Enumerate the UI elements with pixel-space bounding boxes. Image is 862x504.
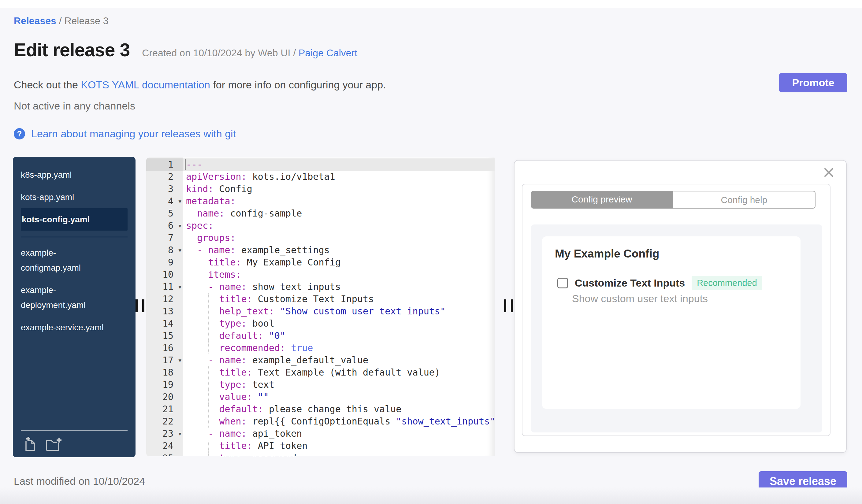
sidebar-resize-handle[interactable] <box>135 300 138 312</box>
tab-config-help[interactable]: Config help <box>672 191 815 209</box>
line-number: 12 <box>146 293 183 305</box>
code-text: spec: <box>183 220 495 232</box>
sidebar-file-item[interactable]: example-deployment.yaml <box>13 279 135 316</box>
editor-line[interactable]: 3kind: Config <box>146 183 495 195</box>
config-preview-card: Config previewConfig help My Example Con… <box>522 184 831 436</box>
editor-line[interactable]: 11▾ - name: show_text_inputs <box>146 281 495 293</box>
config-tabs: Config previewConfig help <box>531 191 815 209</box>
code-text: default: please change this value <box>183 403 495 415</box>
line-number: 25 <box>146 452 183 456</box>
code-text: - name: show_text_inputs <box>183 281 495 293</box>
line-number: 24 <box>146 440 183 452</box>
code-text: title: Text Example (with default value) <box>183 367 495 379</box>
fold-arrow-icon[interactable]: ▾ <box>178 281 181 293</box>
fold-arrow-icon[interactable]: ▾ <box>178 354 181 367</box>
editor-line[interactable]: 20 value: "" <box>146 391 495 403</box>
editor-line[interactable]: 8▾ - name: example_settings <box>146 244 495 256</box>
file-name-label: example-service.yaml <box>21 320 104 335</box>
sidebar-file-item[interactable]: k8s-app.yaml <box>13 164 135 186</box>
tab-config-preview[interactable]: Config preview <box>531 191 672 209</box>
sidebar-file-item[interactable]: kots-config.yaml <box>21 208 128 230</box>
editor-line[interactable]: 12 title: Customize Text Inputs <box>146 293 495 305</box>
close-icon[interactable] <box>823 167 834 178</box>
line-number: 13 <box>146 305 183 317</box>
sidebar-file-item[interactable]: example-service.yaml <box>13 316 135 339</box>
file-name-label: kots-config.yaml <box>22 212 90 227</box>
editor-line[interactable]: 17▾ - name: example_default_value <box>146 354 495 367</box>
git-releases-link[interactable]: Learn about managing your releases with … <box>31 128 236 140</box>
code-text: type: password <box>183 452 495 456</box>
editor-resize-handle[interactable] <box>504 300 506 312</box>
editor-line[interactable]: 14 type: bool <box>146 317 495 330</box>
file-name-label: example-configmap.yaml <box>21 245 113 275</box>
last-modified-text: Last modified on 10/10/2024 <box>14 475 145 487</box>
editor-line[interactable]: 9 title: My Example Config <box>146 256 495 268</box>
editor-resize-handle[interactable] <box>511 300 513 312</box>
sidebar-file-item[interactable]: kots-app.yaml <box>13 186 135 208</box>
config-item-label: Customize Text Inputs <box>575 277 685 289</box>
question-mark-icon[interactable]: ? <box>14 128 25 140</box>
sidebar-divider <box>21 430 128 431</box>
editor-line[interactable]: 21 default: please change this value <box>146 403 495 415</box>
customize-text-inputs-checkbox[interactable] <box>557 278 568 288</box>
promote-button[interactable]: Promote <box>779 73 847 92</box>
editor-line[interactable]: 23▾ - name: api_token <box>146 427 495 440</box>
editor-line[interactable]: 6▾spec: <box>146 220 495 232</box>
line-number: 3 <box>146 183 183 195</box>
line-number: 16 <box>146 342 183 354</box>
author-link[interactable]: Paige Calvert <box>299 48 357 58</box>
sidebar-resize-handle[interactable] <box>142 300 144 312</box>
created-info: Created on 10/10/2024 by Web UI / Paige … <box>142 48 357 59</box>
editor-line[interactable]: 18 title: Text Example (with default val… <box>146 367 495 379</box>
line-number: 10 <box>146 268 183 281</box>
yaml-editor[interactable]: 1---2apiVersion: kots.io/v1beta13kind: C… <box>146 158 495 456</box>
editor-line[interactable]: 15 default: "0" <box>146 330 495 342</box>
fold-arrow-icon[interactable]: ▾ <box>178 427 181 440</box>
editor-line[interactable]: 24 title: API token <box>146 440 495 452</box>
breadcrumb-releases-link[interactable]: Releases <box>14 15 56 26</box>
editor-line[interactable]: 25 type: password <box>146 452 495 456</box>
sidebar-file-item[interactable]: example-configmap.yaml <box>13 242 135 279</box>
file-name-label: kots-app.yaml <box>21 190 74 204</box>
file-list: k8s-app.yamlkots-app.yamlkots-config.yam… <box>13 157 135 339</box>
line-number: 6▾ <box>146 220 183 232</box>
editor-lines: 1---2apiVersion: kots.io/v1beta13kind: C… <box>146 158 495 456</box>
file-name-label: k8s-app.yaml <box>21 167 72 182</box>
line-number: 20 <box>146 391 183 403</box>
editor-line[interactable]: 16 recommended: true <box>146 342 495 354</box>
kots-yaml-docs-link[interactable]: KOTS YAML documentation <box>81 79 210 91</box>
line-number: 4▾ <box>146 195 183 207</box>
editor-line[interactable]: 1--- <box>146 158 495 171</box>
code-text: metadata: <box>183 195 495 207</box>
editor-line[interactable]: 5 name: config-sample <box>146 207 495 220</box>
editor-line[interactable]: 2apiVersion: kots.io/v1beta1 <box>146 171 495 183</box>
code-text: kind: Config <box>183 183 495 195</box>
new-folder-icon[interactable] <box>45 436 63 452</box>
editor-line[interactable]: 10 items: <box>146 268 495 281</box>
code-text: - name: api_token <box>183 427 495 440</box>
fold-arrow-icon[interactable]: ▾ <box>178 244 181 256</box>
editor-line[interactable]: 22 when: repl{{ ConfigOptionEquals "show… <box>146 415 495 427</box>
line-number: 5 <box>146 207 183 220</box>
code-text: title: My Example Config <box>183 256 495 268</box>
editor-line[interactable]: 19 type: text <box>146 379 495 391</box>
fold-arrow-icon[interactable]: ▾ <box>178 220 181 232</box>
file-name-label: example-deployment.yaml <box>21 282 113 313</box>
file-sidebar: k8s-app.yamlkots-app.yamlkots-config.yam… <box>13 157 135 457</box>
fold-arrow-icon[interactable]: ▾ <box>178 195 181 207</box>
editor-line[interactable]: 7 groups: <box>146 232 495 244</box>
code-text: default: "0" <box>183 330 495 342</box>
editor-line[interactable]: 4▾metadata: <box>146 195 495 207</box>
line-number: 11▾ <box>146 281 183 293</box>
channel-status: Not active in any channels <box>14 100 135 112</box>
code-text: apiVersion: kots.io/v1beta1 <box>183 171 495 183</box>
page-title: Edit release 3 <box>14 39 130 61</box>
code-text: recommended: true <box>183 342 495 354</box>
new-file-icon[interactable] <box>22 436 38 452</box>
editor-line[interactable]: 13 help_text: "Show custom user text inp… <box>146 305 495 317</box>
docs-line: Check out the KOTS YAML documentation fo… <box>14 79 386 91</box>
config-item-row: Customize Text Inputs Recommended <box>557 276 762 290</box>
breadcrumb: Releases / Release 3 <box>14 15 108 27</box>
breadcrumb-separator: / <box>59 15 65 26</box>
code-text: when: repl{{ ConfigOptionEquals "show_te… <box>183 415 495 427</box>
